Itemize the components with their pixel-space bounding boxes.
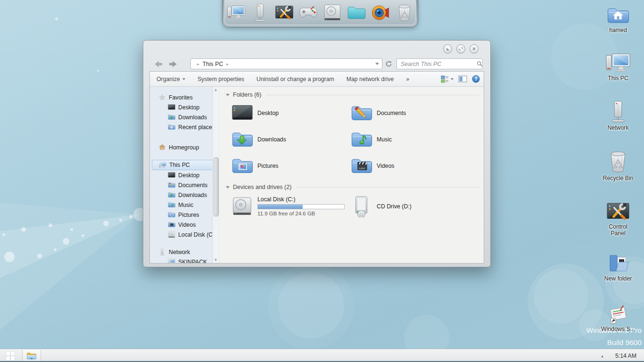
breadcrumb[interactable]: This PC [203,61,223,67]
organize-button[interactable]: Organize [156,72,191,86]
screen-icon [168,172,175,179]
desktop-icon-label: Recycle Bin [598,175,638,181]
sidebar-item-local-disk[interactable]: Local Disk (C:) [150,230,219,239]
preview-pane-button[interactable] [458,75,467,83]
drive-label: CD Drive (D:) [377,203,412,210]
sidebar-item-this-pc[interactable]: This PC [152,160,213,170]
computer-icon [605,53,631,74]
desktop-icon-control-panel[interactable]: Control Panel [598,201,638,237]
scroll-up-icon[interactable]: ▲ [214,88,218,92]
views-button[interactable] [441,75,454,83]
documents-folder-icon [168,181,175,189]
sidebar-item-music[interactable]: Music [150,200,219,210]
sidebar-label: Recent places [178,124,215,131]
sidebar-item-desktop[interactable]: Desktop [150,102,219,112]
collapse-icon[interactable] [226,186,230,189]
file-explorer-taskbar-button[interactable] [22,350,41,362]
close-button[interactable] [470,44,479,53]
sidebar-label: Favorites [169,94,193,101]
group-header-devices[interactable]: Devices and drives (2) [226,184,479,190]
group-header-folders[interactable]: Folders (6) [226,91,479,98]
scrollbar-thumb[interactable] [214,157,219,216]
show-hidden-icons-button[interactable]: ▲ [601,354,604,358]
sidebar-item-pictures[interactable]: Pictures [150,210,219,220]
folder-item-music[interactable]: Music [351,129,470,150]
desktop-icon-this-pc[interactable]: This PC [598,53,638,82]
desktop-icon-new-folder[interactable]: New folder [598,253,638,282]
dock-control-panel-icon[interactable] [275,3,294,22]
sidebar-label: Documents [178,182,207,189]
dock-computer-icon[interactable] [227,3,246,22]
drive-item-local-disk[interactable]: Local Disk (C:) 11.9 GB free of 24.6 GB [231,196,351,217]
sidebar-item-favorites[interactable]: Favorites [150,92,219,102]
computer-icon [159,162,166,169]
titlebar[interactable] [149,41,484,57]
folder-item-downloads[interactable]: Downloads [231,129,351,150]
back-button[interactable] [154,60,163,68]
system-properties-button[interactable]: System properties [191,72,250,86]
dock-recycle-bin-icon[interactable] [395,3,414,22]
devices-row: Local Disk (C:) 11.9 GB free of 24.6 GB … [231,196,479,217]
sidebar-item-network[interactable]: Network [150,247,219,257]
sidebar-label: Homegroup [169,144,199,151]
pictures-folder-icon [168,211,175,218]
group-rule [296,187,479,188]
sidebar-scrollbar[interactable]: ▲ ▼ [212,87,219,263]
star-icon [158,94,166,101]
scroll-down-icon[interactable]: ▼ [214,258,218,262]
sidebar-item-pc-desktop[interactable]: Desktop [150,170,219,180]
desktop-icon-recycle-bin[interactable]: Recycle Bin [598,150,638,181]
search-icon [477,61,483,67]
map-network-drive-button[interactable]: Map network drive [340,72,400,86]
sidebar-label: Local Disk (C:) [178,231,216,238]
dock-network-icon[interactable] [251,3,270,22]
dock-hard-disk-icon[interactable] [323,3,342,22]
collapse-icon[interactable] [226,94,230,96]
search-box[interactable] [396,58,483,69]
uninstall-program-button[interactable]: Uninstall or change a program [250,72,340,86]
toolbar-overflow-button[interactable]: » [400,72,415,86]
folder-item-desktop[interactable]: Desktop [231,102,351,124]
download-folder-icon [168,191,175,198]
overflow-label: » [406,76,409,82]
desktop-icon-label: Windows S... [598,326,638,332]
hard-disk-icon [168,231,175,238]
address-dropdown-icon[interactable] [375,63,379,65]
dock-games-icon[interactable] [299,3,318,22]
dock-sound-icon[interactable] [371,3,390,22]
sidebar-item-videos[interactable]: Videos [150,220,219,230]
refresh-button[interactable] [382,58,395,69]
drive-item-cd[interactable]: CD Drive (D:) [351,196,470,217]
maximize-icon [459,47,463,51]
sidebar-item-recent-places[interactable]: Recent places [150,122,219,132]
disk-usage-bar [257,204,345,209]
desktop-icon-network[interactable]: Network [598,100,638,131]
folder-item-videos[interactable]: Videos [351,155,470,177]
sidebar-item-skinpack[interactable]: SKINPACK [150,257,219,263]
music-folder-icon [168,201,175,208]
start-button[interactable] [0,350,21,362]
address-bar[interactable]: ▸ This PC ▸ [190,58,382,69]
sidebar-label: Desktop [178,104,199,111]
taskbar-clock[interactable]: 5:14 AM [615,353,636,359]
sidebar-item-pc-downloads[interactable]: Downloads [150,190,219,200]
dock-folder-icon[interactable] [347,3,366,22]
dock [222,0,418,27]
help-button[interactable]: ? [472,75,480,83]
sidebar-item-documents[interactable]: Documents [150,180,219,190]
minimize-button[interactable] [443,44,452,53]
maximize-button[interactable] [456,44,465,53]
network-icon [158,248,166,255]
desktop-icon-hamed[interactable]: hamed [598,6,638,33]
folder-item-documents[interactable]: Documents [351,102,470,124]
desktop-icon-windows-s[interactable]: Windows S... [598,305,638,332]
sidebar-label: Videos [178,222,196,228]
sidebar-label: Downloads [178,192,207,198]
homegroup-icon [158,144,166,151]
search-input[interactable] [400,60,477,68]
sidebar-item-homegroup[interactable]: Homegroup [150,142,219,152]
folder-item-pictures[interactable]: Pictures [231,155,351,177]
sidebar-label: Network [169,249,190,255]
sidebar-item-downloads[interactable]: Downloads [150,112,219,122]
forward-button[interactable] [169,60,177,68]
